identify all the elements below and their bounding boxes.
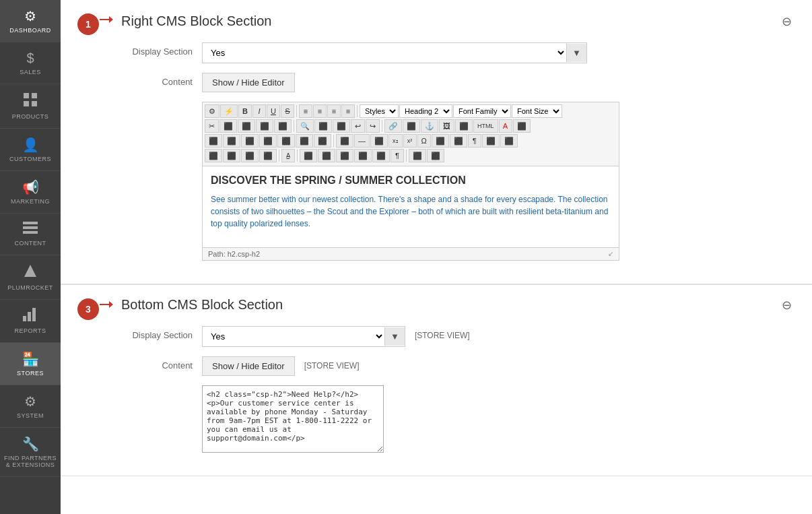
tb-r4-14[interactable]: ⬛ <box>427 149 444 162</box>
toolbar-align-justify-btn[interactable]: ≡ <box>341 104 355 118</box>
display-section-dropdown-arrow[interactable]: ▼ <box>566 44 586 62</box>
tb-pagebreak[interactable]: ⬛ <box>370 134 388 148</box>
tb-find[interactable]: 🔍 <box>296 119 314 133</box>
tb-r4-2[interactable]: ⬛ <box>223 149 240 162</box>
tb-embed[interactable]: ⬛ <box>432 134 449 148</box>
tb-flash[interactable]: ⬛ <box>455 119 473 133</box>
tb-r3-3[interactable]: ⬛ <box>241 134 259 148</box>
tb-special[interactable]: Ω <box>417 134 431 148</box>
tb-pagenum[interactable]: ⬛ <box>450 134 467 148</box>
toolbar-italic-btn[interactable]: I <box>252 104 266 118</box>
tb-r3-5[interactable]: ⬛ <box>277 134 295 148</box>
styles-select[interactable]: Styles <box>360 104 399 118</box>
toolbar-align-right-btn[interactable]: ≡ <box>327 104 341 118</box>
tb-copy[interactable]: ⬛ <box>219 119 237 133</box>
tb-cut[interactable]: ✂ <box>205 119 219 133</box>
tb-anchor[interactable]: ⚓ <box>421 119 438 133</box>
tb-sup[interactable]: x² <box>403 134 417 148</box>
sidebar-item-sales[interactable]: $ SALES <box>0 42 61 84</box>
toolbar-strikethrough-btn[interactable]: S <box>281 104 294 118</box>
bottom-html-textarea[interactable] <box>202 385 384 453</box>
right-cms-header: Right CMS Block Section ⊖ <box>121 13 792 29</box>
tb-r3-2[interactable]: ⬛ <box>223 134 240 148</box>
toolbar-source-btn[interactable]: ⚡ <box>220 104 238 118</box>
tb-r3-4[interactable]: ⬛ <box>259 134 277 148</box>
sidebar-item-find-partners[interactable]: 🔧 FIND PARTNERS & EXTENSIONS <box>0 428 61 477</box>
sidebar-item-stores[interactable]: 🏪 STORES <box>0 343 61 385</box>
right-cms-collapse-btn[interactable]: ⊖ <box>782 14 792 29</box>
system-icon: ⚙ <box>24 393 36 410</box>
toolbar-accessibility-btn[interactable]: ⚙ <box>205 104 219 118</box>
tb-sub[interactable]: x₂ <box>388 134 403 148</box>
editor-container: ⚙ ⚡ B I U S ≡ ≡ ≡ ≡ Styles <box>202 102 619 261</box>
tb-rtl[interactable]: ⬛ <box>482 134 500 148</box>
toolbar-underline-btn[interactable]: U <box>267 104 280 118</box>
show-hide-editor-btn-2[interactable]: Show / Hide Editor <box>202 356 295 376</box>
tb-r3-1[interactable]: ⬛ <box>205 134 222 148</box>
tb-r4-7[interactable]: ⬛ <box>318 149 335 162</box>
bottom-display-section-select-wrapper[interactable]: Yes No ▼ <box>202 326 405 347</box>
font-size-select[interactable]: Font Size <box>512 104 562 118</box>
sidebar-item-reports[interactable]: REPORTS <box>0 300 61 343</box>
toolbar-bold-btn[interactable]: B <box>238 104 252 118</box>
sidebar-item-system[interactable]: ⚙ SYSTEM <box>0 385 61 428</box>
bottom-cms-collapse-btn[interactable]: ⊖ <box>782 298 792 313</box>
tb-r4-1[interactable]: ⬛ <box>205 149 222 162</box>
bottom-display-dropdown-arrow[interactable]: ▼ <box>384 327 405 346</box>
toolbar-align-center-btn[interactable]: ≡ <box>313 104 327 118</box>
editor-path-bar: Path: h2.csp-h2 ↙ <box>203 247 619 260</box>
tb-image[interactable]: 🖼 <box>439 119 454 133</box>
sidebar-item-content[interactable]: CONTENT <box>0 214 61 255</box>
tb-ltr[interactable]: ¶ <box>468 134 481 148</box>
sidebar: ⚙ DASHBOARD $ SALES PRODUCTS 👤 CUSTOMERS… <box>0 0 61 514</box>
display-section-row: Display Section Yes No ▼ <box>121 42 792 63</box>
tb-fullscreen[interactable]: ⬛ <box>500 134 518 148</box>
display-section-select[interactable]: Yes No <box>203 43 566 63</box>
tb-r4-13[interactable]: ⬛ <box>409 149 426 162</box>
content-label: Content <box>121 73 202 87</box>
editor-resize-handle[interactable]: ↙ <box>608 250 613 258</box>
tb-r4-8[interactable]: ⬛ <box>336 149 353 162</box>
bottom-display-section-select[interactable]: Yes No <box>203 327 384 346</box>
sidebar-item-marketing[interactable]: 📢 MARKETING <box>0 171 61 214</box>
sales-icon: $ <box>26 51 34 66</box>
tb-hr[interactable]: — <box>354 134 370 148</box>
tb-r4-9[interactable]: ⬛ <box>354 149 372 162</box>
toolbar-align-left-btn[interactable]: ≡ <box>299 104 312 118</box>
tb-undo[interactable]: ↩ <box>351 119 365 133</box>
tb-r3-7[interactable]: ⬛ <box>314 134 331 148</box>
sidebar-item-products[interactable]: PRODUCTS <box>0 84 61 129</box>
font-family-select[interactable]: Font Family <box>453 104 511 118</box>
tb-r4-3[interactable]: ⬛ <box>241 149 259 162</box>
display-section-select-wrapper[interactable]: Yes No ▼ <box>202 42 587 63</box>
bottom-cms-section: 3 Bottom CMS Block Section ⊖ Display Sec… <box>61 285 812 476</box>
tb-heading-color[interactable]: A̲ <box>281 149 295 162</box>
tb-paste[interactable]: ⬛ <box>238 119 255 133</box>
tb-r4-11[interactable]: ¶ <box>391 149 404 162</box>
tb-bgcolor[interactable]: ⬛ <box>513 119 531 133</box>
editor-path-text: Path: h2.csp-h2 <box>208 250 260 258</box>
sidebar-item-plumrocket[interactable]: PLUMROCKET <box>0 255 61 300</box>
tb-replace[interactable]: ⬛ <box>314 119 332 133</box>
svg-rect-6 <box>23 231 38 234</box>
tb-redo[interactable]: ↪ <box>366 119 380 133</box>
tb-r3-6[interactable]: ⬛ <box>296 134 313 148</box>
tb-r4-10[interactable]: ⬛ <box>372 149 390 162</box>
sidebar-item-dashboard[interactable]: ⚙ DASHBOARD <box>0 0 61 42</box>
tb-select-all[interactable]: ⬛ <box>333 119 350 133</box>
tb-paste-text[interactable]: ⬛ <box>256 119 273 133</box>
tb-unlink[interactable]: ⬛ <box>403 119 420 133</box>
tb-table[interactable]: ⬛ <box>336 134 353 148</box>
tb-textcolor[interactable]: A <box>499 119 512 133</box>
tb-link[interactable]: 🔗 <box>384 119 402 133</box>
show-hide-editor-btn-1[interactable]: Show / Hide Editor <box>202 73 295 92</box>
editor-content-area[interactable]: DISCOVER THE SPRING / SUMMER COLLECTION … <box>203 166 619 247</box>
tb-paste-word[interactable]: ⬛ <box>274 119 292 133</box>
tb-r4-6[interactable]: ⬛ <box>300 149 317 162</box>
heading-select[interactable]: Heading 2 <box>399 104 452 118</box>
tb-r4-4[interactable]: ⬛ <box>259 149 277 162</box>
display-section-label: Display Section <box>121 42 202 57</box>
tb-html[interactable]: HTML <box>473 119 498 133</box>
toolbar-row-3: ⬛ ⬛ ⬛ ⬛ ⬛ ⬛ ⬛ ⬛ — ⬛ x₂ x² Ω ⬛ <box>205 134 617 148</box>
sidebar-item-customers[interactable]: 👤 CUSTOMERS <box>0 129 61 171</box>
